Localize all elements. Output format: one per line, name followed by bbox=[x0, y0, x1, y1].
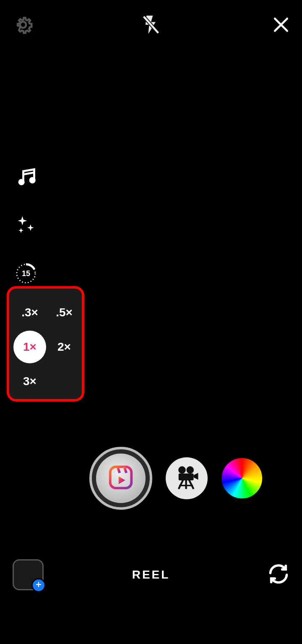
record-button[interactable] bbox=[89, 447, 152, 510]
filter-row bbox=[0, 445, 302, 512]
speed-option-05x[interactable]: .5× bbox=[48, 296, 81, 329]
svg-point-6 bbox=[30, 178, 34, 182]
switch-camera-button[interactable] bbox=[268, 563, 289, 587]
timer-dotted-icon bbox=[16, 263, 36, 284]
gear-icon bbox=[12, 30, 34, 37]
settings-button[interactable] bbox=[12, 13, 34, 38]
audio-button[interactable] bbox=[15, 166, 37, 189]
switch-camera-icon bbox=[268, 579, 289, 586]
flash-off-icon bbox=[140, 30, 162, 37]
filter-thumb-2[interactable] bbox=[221, 457, 263, 499]
top-bar bbox=[0, 10, 302, 41]
filter-thumb-1[interactable] bbox=[166, 457, 208, 499]
sparkles-icon bbox=[15, 230, 37, 237]
reels-icon bbox=[107, 464, 134, 493]
effects-button[interactable] bbox=[15, 214, 37, 238]
gallery-button[interactable] bbox=[13, 559, 44, 590]
capture-mode-reel[interactable]: REEL bbox=[132, 568, 170, 581]
flash-button[interactable] bbox=[140, 14, 162, 37]
side-tools: 15 bbox=[15, 166, 37, 284]
duration-button[interactable]: 15 bbox=[16, 263, 36, 284]
music-note-icon bbox=[15, 182, 37, 189]
close-icon bbox=[272, 28, 290, 35]
svg-rect-9 bbox=[110, 467, 132, 488]
speed-panel: .3× .5× 1× 2× 3× bbox=[7, 286, 84, 402]
speed-option-03x[interactable]: .3× bbox=[13, 296, 46, 329]
speed-option-2x[interactable]: 2× bbox=[48, 331, 81, 363]
add-from-gallery[interactable] bbox=[31, 578, 46, 592]
speed-option-3x[interactable]: 3× bbox=[13, 365, 46, 398]
svg-line-7 bbox=[23, 172, 34, 174]
speed-option-1x[interactable]: 1× bbox=[13, 331, 46, 363]
svg-rect-15 bbox=[179, 473, 194, 480]
svg-point-14 bbox=[186, 466, 194, 474]
plus-icon bbox=[35, 581, 42, 590]
svg-line-17 bbox=[189, 480, 194, 489]
svg-point-5 bbox=[19, 180, 23, 184]
bottom-bar: REEL bbox=[0, 560, 302, 589]
movie-camera-icon bbox=[173, 464, 200, 493]
svg-line-16 bbox=[179, 480, 183, 489]
close-button[interactable] bbox=[272, 16, 290, 36]
svg-point-13 bbox=[178, 466, 186, 474]
